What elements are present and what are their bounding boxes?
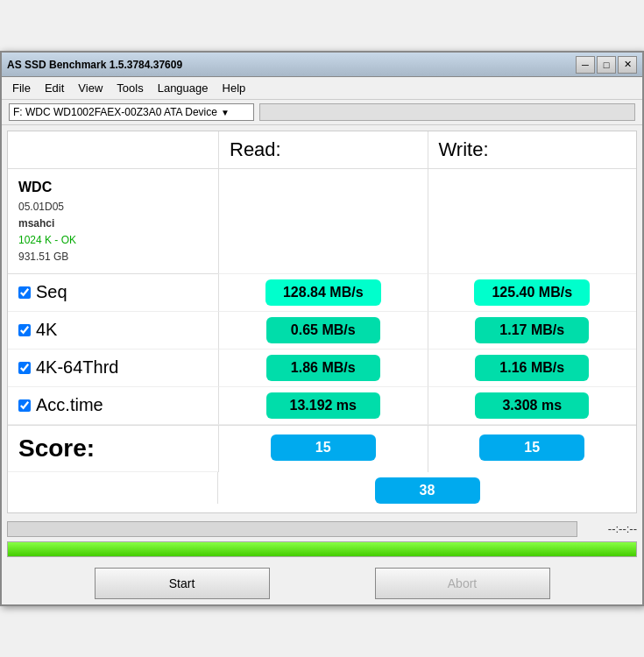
info-read-empty	[218, 169, 428, 273]
bench-label-acctime: Acc.time	[8, 387, 218, 425]
menu-tools[interactable]: Tools	[110, 79, 150, 97]
minimize-button[interactable]: ─	[576, 56, 595, 74]
progress-track	[7, 521, 577, 537]
drive-select-label: F: WDC WD1002FAEX-00Z3A0 ATA Device	[13, 106, 217, 118]
menu-help[interactable]: Help	[216, 79, 253, 97]
abort-button[interactable]: Abort	[375, 568, 550, 599]
bench-read-cell: 128.84 MB/s	[218, 274, 428, 312]
menu-file[interactable]: File	[5, 79, 38, 97]
bench-read-value: 128.84 MB/s	[265, 279, 381, 306]
info-row: WDC 05.01D05 msahci 1024 K - OK 931.51 G…	[8, 169, 636, 273]
title-bar: AS SSD Benchmark 1.5.3784.37609 ─ □ ✕	[2, 53, 642, 77]
bench-label-4k: 4K	[8, 312, 218, 350]
bench-read-cell: 1.86 MB/s	[218, 350, 428, 387]
bench-read-value: 0.65 MB/s	[266, 317, 380, 343]
window-title: AS SSD Benchmark 1.5.3784.37609	[7, 59, 182, 71]
title-bar-controls: ─ □ ✕	[576, 56, 637, 74]
bench-read-cell: 0.65 MB/s	[218, 312, 428, 350]
header-write: Write:	[428, 131, 637, 169]
score-read-cell: 15	[218, 425, 428, 472]
bench-write-value: 1.16 MB/s	[475, 355, 589, 381]
bench-write-cell: 125.40 MB/s	[428, 274, 637, 312]
toolbar-progress	[259, 103, 635, 121]
drive-status: 1024 K - OK	[18, 232, 208, 249]
drive-firmware: 05.01D05	[18, 199, 208, 215]
bench-read-value: 13.192 ms	[266, 392, 380, 419]
benchmark-rows: Seq128.84 MB/s125.40 MB/s4K0.65 MB/s1.17…	[8, 274, 636, 425]
bench-write-cell: 1.17 MB/s	[428, 312, 637, 350]
drive-select[interactable]: F: WDC WD1002FAEX-00Z3A0 ATA Device ▼	[9, 103, 254, 121]
menu-language[interactable]: Language	[151, 79, 216, 97]
bench-label-seq: Seq	[8, 274, 218, 312]
bench-name-label: Acc.time	[36, 395, 103, 415]
progress-row: --:--:--	[7, 519, 637, 540]
bench-name-label: Seq	[36, 282, 67, 302]
maximize-button[interactable]: □	[597, 56, 616, 74]
bench-write-cell: 3.308 ms	[428, 387, 637, 425]
close-button[interactable]: ✕	[618, 56, 637, 74]
table-header-row: Read: Write:	[8, 131, 636, 169]
checkbox-4k64thrd[interactable]	[18, 362, 31, 374]
header-info-cell	[8, 131, 218, 169]
drive-info: WDC 05.01D05 msahci 1024 K - OK 931.51 G…	[8, 169, 218, 273]
chevron-down-icon: ▼	[221, 108, 230, 117]
score-row: Score: 15 15	[8, 425, 636, 472]
score-total-empty	[8, 472, 218, 504]
bench-read-cell: 13.192 ms	[218, 387, 428, 425]
score-label: Score:	[8, 425, 218, 472]
score-read-badge: 15	[271, 434, 376, 461]
checkbox-acctime[interactable]	[18, 399, 31, 412]
toolbar: F: WDC WD1002FAEX-00Z3A0 ATA Device ▼	[2, 100, 642, 125]
bench-name-label: 4K	[36, 320, 57, 340]
bench-name-label: 4K-64Thrd	[36, 357, 119, 378]
table-row: Seq128.84 MB/s125.40 MB/s	[8, 274, 636, 312]
score-write-badge: 15	[479, 434, 584, 461]
bench-table: Read: Write: WDC 05.01D05 msahci 1024 K …	[7, 131, 637, 512]
progress-time: --:--:--	[584, 522, 637, 535]
bench-write-value: 3.308 ms	[475, 392, 589, 419]
checkbox-seq[interactable]	[18, 286, 31, 299]
drive-model: WDC	[18, 176, 208, 199]
score-write-cell: 15	[428, 425, 637, 472]
buttons-row: Start Abort	[2, 561, 642, 604]
bottom-area: --:--:--	[7, 519, 637, 557]
table-row: 4K0.65 MB/s1.17 MB/s	[8, 312, 636, 350]
green-bar-track	[7, 541, 637, 557]
start-button[interactable]: Start	[95, 568, 270, 599]
score-total-section: 38	[8, 472, 636, 512]
info-write-empty	[428, 169, 637, 273]
bench-read-value: 1.86 MB/s	[266, 355, 380, 381]
bench-write-value: 1.17 MB/s	[475, 317, 589, 343]
drive-driver: msahci	[18, 215, 208, 232]
green-bar-fill	[8, 542, 636, 556]
menu-edit[interactable]: Edit	[38, 79, 71, 97]
menu-bar: File Edit View Tools Language Help	[2, 77, 642, 100]
bench-write-value: 125.40 MB/s	[474, 279, 590, 306]
checkbox-4k[interactable]	[18, 324, 31, 336]
header-read: Read:	[218, 131, 428, 169]
score-total-row: 38	[218, 472, 636, 504]
bench-write-cell: 1.16 MB/s	[428, 350, 637, 387]
table-row: 4K-64Thrd1.86 MB/s1.16 MB/s	[8, 350, 636, 387]
drive-size: 931.51 GB	[18, 249, 208, 265]
bench-label-4k64thrd: 4K-64Thrd	[8, 350, 218, 387]
score-total-badge: 38	[375, 477, 480, 504]
menu-view[interactable]: View	[71, 79, 110, 97]
table-row: Acc.time13.192 ms3.308 ms	[8, 387, 636, 425]
main-window: AS SSD Benchmark 1.5.3784.37609 ─ □ ✕ Fi…	[0, 51, 644, 605]
